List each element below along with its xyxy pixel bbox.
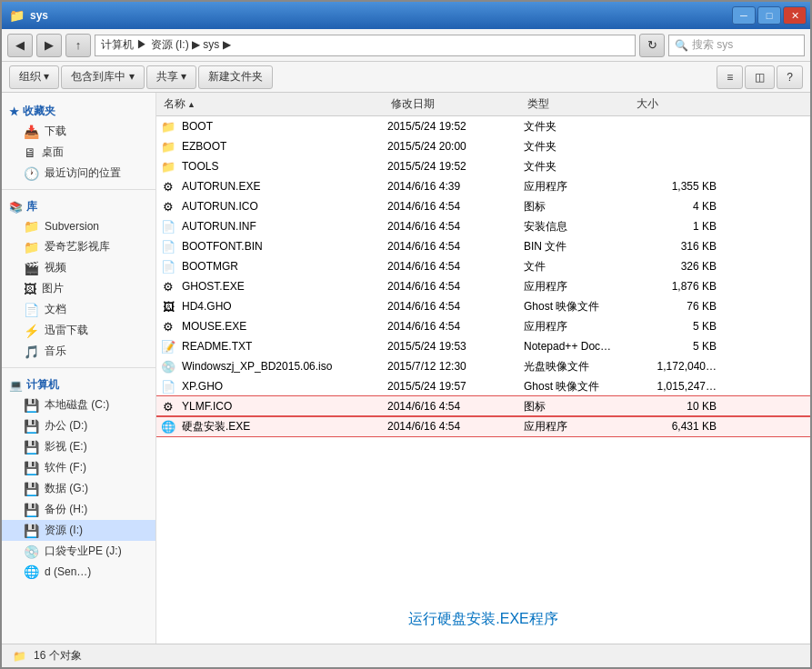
table-row[interactable]: 💿 Windowszj_XP_BD2015.06.iso 2015/7/12 1…	[156, 356, 810, 376]
sidebar-item-d-sen[interactable]: 🌐 d (Sen…)	[2, 562, 155, 582]
forward-button[interactable]: ▶	[36, 34, 62, 57]
table-row[interactable]: ⚙ GHOST.EXE 2014/6/16 4:54 应用程序 1,876 KB	[156, 276, 810, 296]
sidebar-item-xunlei[interactable]: ⚡ 迅雷下载	[2, 320, 155, 341]
table-row[interactable]: 🌐 硬盘安装.EXE 2014/6/16 4:54 应用程序 6,431 KB	[156, 416, 810, 436]
file-type-icon: ⚙	[160, 180, 176, 194]
file-size: 4 KB	[633, 200, 724, 213]
minimize-button[interactable]: ─	[732, 6, 756, 25]
sidebar-item-d-drive[interactable]: 💾 办公 (D:)	[2, 415, 155, 436]
table-row[interactable]: 📄 AUTORUN.INF 2014/6/16 4:54 安装信息 1 KB	[156, 216, 810, 236]
table-row[interactable]: 📝 README.TXT 2015/5/24 19:53 Notepad++ D…	[156, 336, 810, 356]
col-header-name[interactable]: 名称 ▲	[160, 96, 387, 112]
organize-button[interactable]: 组织 ▾	[9, 65, 59, 89]
sidebar-item-recent[interactable]: 🕐 最近访问的位置	[2, 163, 155, 184]
preview-icon-button[interactable]: ◫	[745, 65, 775, 89]
d-sen-icon: 🌐	[24, 564, 39, 579]
file-type: 安装信息	[524, 219, 633, 235]
file-name: ⚙ AUTORUN.EXE	[160, 180, 387, 194]
sidebar-item-video[interactable]: 🎬 视频	[2, 257, 155, 278]
file-size: 1,015,247…	[633, 380, 724, 393]
instruction-text: 运行硬盘安装.EXE程序	[408, 611, 557, 626]
sidebar-item-download[interactable]: 📥 下载	[2, 121, 155, 142]
file-type-icon: ⚙	[160, 280, 176, 294]
file-type: 图标	[524, 399, 633, 414]
new-folder-button[interactable]: 新建文件夹	[198, 65, 273, 89]
sidebar-item-h-drive[interactable]: 💾 备份 (H:)	[2, 499, 155, 520]
table-row[interactable]: ⚙ MOUSE.EXE 2014/6/16 4:54 应用程序 5 KB	[156, 316, 810, 336]
address-path[interactable]: 计算机 ▶ 资源 (I:) ▶ sys ▶	[95, 35, 636, 56]
table-row[interactable]: 📁 TOOLS 2015/5/24 19:52 文件夹	[156, 156, 810, 176]
subversion-icon: 📁	[24, 219, 39, 234]
sidebar-item-subversion[interactable]: 📁 Subversion	[2, 216, 155, 236]
sidebar-item-j-drive[interactable]: 💿 口袋专业PE (J:)	[2, 541, 155, 562]
file-name-text: BOOTFONT.BIN	[182, 240, 263, 253]
file-date: 2015/5/24 19:53	[387, 340, 524, 353]
add-to-library-button[interactable]: 包含到库中 ▾	[61, 65, 144, 89]
sidebar-item-e-drive[interactable]: 💾 影视 (E:)	[2, 436, 155, 457]
table-row[interactable]: 📄 BOOTMGR 2014/6/16 4:54 文件 326 KB	[156, 256, 810, 276]
file-name-text: MOUSE.EXE	[182, 320, 246, 333]
desktop-icon: 🖥	[24, 145, 36, 160]
j-drive-icon: 💿	[24, 544, 39, 559]
table-row[interactable]: ⚙ AUTORUN.ICO 2014/6/16 4:54 图标 4 KB	[156, 196, 810, 216]
sidebar-item-i-drive[interactable]: 💾 资源 (I:)	[2, 520, 155, 541]
view-icon-button[interactable]: ≡	[717, 65, 743, 89]
maximize-button[interactable]: □	[757, 6, 781, 25]
table-row[interactable]: 📄 XP.GHO 2015/5/24 19:57 Ghost 映像文件 1,01…	[156, 376, 810, 396]
up-button[interactable]: ↑	[65, 34, 91, 57]
folder-icon-status: 📁	[13, 650, 26, 663]
file-name: 🌐 硬盘安装.EXE	[160, 419, 387, 434]
sidebar-section-favorites[interactable]: ★ 收藏夹	[2, 100, 155, 121]
table-row[interactable]: 📁 BOOT 2015/5/24 19:52 文件夹	[156, 116, 810, 136]
file-date: 2014/6/16 4:54	[387, 280, 524, 293]
file-name-text: TOOLS	[182, 160, 218, 173]
sidebar-section-library[interactable]: 📚 库	[2, 195, 155, 216]
help-button[interactable]: ?	[777, 65, 803, 89]
recent-icon: 🕐	[24, 166, 39, 181]
sidebar-item-desktop[interactable]: 🖥 桌面	[2, 142, 155, 163]
file-type: 应用程序	[524, 279, 633, 295]
file-date: 2014/6/16 4:54	[387, 300, 524, 313]
file-name-text: GHOST.EXE	[182, 280, 245, 293]
sidebar-item-documents[interactable]: 📄 文档	[2, 299, 155, 320]
sidebar-item-label: 影视 (E:)	[45, 439, 87, 454]
file-date: 2014/6/16 4:54	[387, 200, 524, 213]
table-row[interactable]: ⚙ YLMF.ICO 2014/6/16 4:54 图标 10 KB	[156, 396, 810, 416]
file-name-text: Windowszj_XP_BD2015.06.iso	[182, 360, 332, 373]
col-header-size[interactable]: 大小	[633, 96, 724, 112]
sidebar-item-label: 最近访问的位置	[45, 165, 121, 181]
status-bar: 📁 16 个对象	[2, 644, 810, 667]
share-button[interactable]: 共享 ▾	[146, 65, 196, 89]
close-button[interactable]: ✕	[783, 6, 807, 25]
file-name: 📁 EZBOOT	[160, 140, 387, 154]
file-name: 💿 Windowszj_XP_BD2015.06.iso	[160, 360, 387, 374]
col-header-type[interactable]: 类型	[524, 96, 633, 112]
search-box[interactable]: 🔍 搜索 sys	[668, 35, 805, 56]
divider-2	[2, 367, 155, 368]
col-header-date[interactable]: 修改日期	[387, 96, 524, 112]
sidebar-item-f-drive[interactable]: 💾 软件 (F:)	[2, 457, 155, 478]
sidebar-item-iqiyi[interactable]: 📁 爱奇艺影视库	[2, 236, 155, 257]
table-row[interactable]: ⚙ AUTORUN.EXE 2014/6/16 4:39 应用程序 1,355 …	[156, 176, 810, 196]
content-area: 名称 ▲ 修改日期 类型 大小 📁 BOOT	[156, 93, 810, 644]
table-row[interactable]: 📄 BOOTFONT.BIN 2014/6/16 4:54 BIN 文件 316…	[156, 236, 810, 256]
file-type-icon: 🖼	[160, 300, 176, 314]
sidebar-item-label: 数据 (G:)	[45, 481, 88, 496]
file-date: 2014/6/16 4:54	[387, 420, 524, 433]
back-button[interactable]: ◀	[7, 34, 33, 57]
file-type-icon: 📁	[160, 140, 176, 154]
table-row[interactable]: 🖼 HD4.GHO 2014/6/16 4:54 Ghost 映像文件 76 K…	[156, 296, 810, 316]
table-row[interactable]: 📁 EZBOOT 2015/5/24 20:00 文件夹	[156, 136, 810, 156]
sidebar-item-g-drive[interactable]: 💾 数据 (G:)	[2, 478, 155, 499]
file-size: 5 KB	[633, 340, 724, 353]
file-size: 1,355 KB	[633, 180, 724, 193]
sidebar-item-label: 备份 (H:)	[45, 502, 87, 517]
e-drive-icon: 💾	[24, 440, 39, 454]
sidebar-section-computer[interactable]: 💻 计算机	[2, 374, 155, 394]
refresh-button[interactable]: ↻	[639, 34, 665, 57]
sidebar-item-label: Subversion	[45, 220, 99, 233]
sidebar-item-c-drive[interactable]: 💾 本地磁盘 (C:)	[2, 394, 155, 415]
sidebar-item-pictures[interactable]: 🖼 图片	[2, 278, 155, 299]
sidebar-item-music[interactable]: 🎵 音乐	[2, 341, 155, 362]
file-type: 文件夹	[524, 159, 633, 175]
